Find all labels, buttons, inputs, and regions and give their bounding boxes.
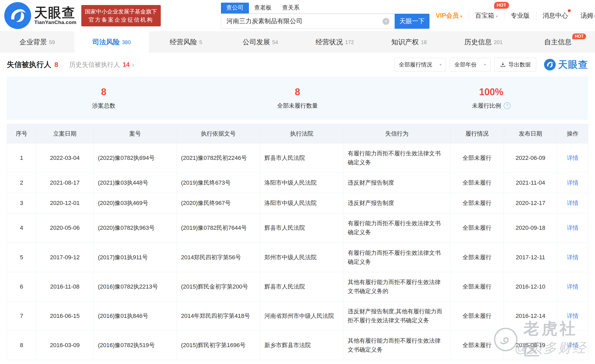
help-icon[interactable]: ? [504, 102, 511, 109]
cell-publish-date: 2022-06-09 [504, 143, 557, 173]
cell-performance: 全部未履行 [450, 331, 504, 360]
cell-index: 3 [7, 193, 36, 213]
year-filter-select[interactable]: 全部年份 ▾ [450, 58, 490, 71]
header-right-menu: VIP会员▾ HOT 百宝箱▾ 专业版 消息中心 汤姆·费...▾ [429, 11, 595, 20]
cell-court: 郑州市中级人民法院 [260, 243, 343, 272]
hot-badge: HOT [494, 2, 509, 9]
col-case-number: 案号 [93, 124, 177, 143]
cell-performance: 全部未履行 [450, 173, 504, 193]
top-header: 天眼查 TianYanCha.com 国家中小企业发展子基金旗下 官方备案企业征… [0, 0, 595, 31]
cell-publish-date: 2020-09-18 [504, 213, 557, 243]
clear-search-icon[interactable]: × [382, 18, 389, 25]
table-row: 2 2021-08-17 (2021)豫03执448号 (2019)豫民终673… [7, 173, 588, 193]
vip-member-menu[interactable]: VIP会员▾ [429, 11, 469, 20]
cell-index: 4 [7, 213, 36, 243]
cell-performance: 全部未履行 [450, 301, 504, 331]
search-tab-company[interactable]: 查公司 [221, 3, 249, 13]
cell-performance: 全部未履行 [450, 143, 504, 173]
tianyancha-eye-icon [544, 59, 556, 71]
table-row: 6 2016-11-08 (2016)豫0782执2213号 (2015)辉民金… [7, 272, 588, 301]
table-row: 7 2016-06-15 (2016)豫01执846号 2014年郑民四初字第4… [7, 301, 588, 331]
section-title: 失信被执行人 [7, 60, 51, 70]
tab-judicial-risk[interactable]: 司法风险380 [74, 31, 149, 53]
performance-filter-select[interactable]: 全部履行情况 ▾ [394, 58, 446, 71]
detail-link[interactable]: 详情 [567, 313, 578, 319]
cell-basis-number: (2015)辉民初字第1696号 [177, 331, 260, 360]
detail-link[interactable]: 详情 [567, 155, 578, 161]
cell-court: 辉县市人民法院 [260, 143, 343, 173]
cell-publish-date: 2020-12-17 [504, 193, 557, 213]
cell-basis-number: 2014年郑民四初字第418号 [177, 301, 260, 331]
notification-dot-icon [568, 9, 571, 12]
pro-version-menu[interactable]: 专业版 [504, 11, 536, 20]
detail-link[interactable]: 详情 [567, 200, 578, 206]
detail-link[interactable]: 详情 [567, 283, 578, 290]
cell-behavior: 违反财产报告制度,其他有履行能力而拒不履行生效法律文书确定义务 [343, 301, 450, 331]
search-input[interactable] [221, 14, 395, 29]
download-icon [500, 62, 506, 68]
search-button[interactable]: 天眼一下 [395, 14, 429, 29]
cell-filing-date: 2020-12-01 [36, 193, 94, 213]
col-publish-date: 发布日期 [504, 124, 557, 143]
table-row: 5 2017-09-12 (2017)豫01执911号 2014郑民四初字第56… [7, 243, 588, 272]
cell-performance: 全部未履行 [450, 243, 504, 272]
table-row: 3 2020-12-01 (2020)豫03执469号 (2020)豫民终967… [7, 193, 588, 213]
search-tab-boss[interactable]: 查老板 [249, 3, 277, 13]
search-tabs: 查公司 查老板 查关系 [221, 3, 395, 14]
cell-case-number: (2022)豫0782执694号 [93, 143, 177, 173]
tab-operation-risk[interactable]: 经营风险5 [149, 31, 223, 53]
table-header-row: 序号 立案日期 案号 执行依据文号 执行法院 失信行为 履行情况 发布日期 操作 [7, 124, 588, 143]
cell-basis-number: (2020)豫民终967号 [177, 193, 260, 213]
toolbox-menu[interactable]: HOT 百宝箱▾ [469, 11, 504, 20]
tab-self-info[interactable]: 自主信息 HOT [521, 31, 595, 53]
hot-badge: HOT [572, 33, 586, 39]
cell-case-number: (2020)豫03执469号 [93, 193, 177, 213]
cell-index: 6 [7, 272, 36, 301]
tab-intellectual-property[interactable]: 知识产权18 [372, 31, 446, 53]
cell-filing-date: 2016-06-15 [36, 301, 94, 331]
cell-case-number: (2017)豫01执911号 [93, 243, 177, 272]
tab-history-info[interactable]: 历史信息201 [446, 31, 521, 53]
logo-brand-text: 天眼查 [34, 6, 77, 20]
cell-case-number: (2016)豫0782执2213号 [93, 272, 177, 301]
history-dishonest-link[interactable]: 历史失信被执行人 14 › [69, 60, 134, 69]
tianyancha-eye-icon [4, 2, 32, 30]
cell-filing-date: 2022-03-04 [36, 143, 94, 173]
cell-court: 新乡市辉县市法院 [260, 331, 343, 360]
detail-link[interactable]: 详情 [567, 179, 578, 186]
cell-behavior: 其他有履行能力而拒不履行生效法律文书确定义务的 [343, 272, 450, 301]
search-tab-relation[interactable]: 查关系 [277, 3, 305, 13]
cell-basis-number: (2015)辉民金初字第200号 [177, 272, 260, 301]
cell-filing-date: 2017-09-12 [36, 243, 94, 272]
message-center-menu[interactable]: 消息中心 [536, 11, 574, 20]
gov-certification-badge: 国家中小企业发展子基金旗下 官方备案企业征信机构 [81, 5, 161, 26]
stat-unfulfilled-ratio: 100% 未履行比例 ? [394, 87, 588, 110]
tab-operation-status[interactable]: 经营状况172 [298, 31, 372, 53]
detail-link[interactable]: 详情 [567, 342, 578, 348]
cell-court: 洛阳市中级人民法院 [260, 173, 343, 193]
cell-behavior: 有履行能力而拒不履行生效法律文书确定义务 [343, 243, 450, 272]
cell-case-number: (2016)豫0782执519号 [93, 331, 177, 360]
col-filing-date: 立案日期 [36, 124, 94, 143]
tab-company-development[interactable]: 公司发展54 [223, 31, 298, 53]
col-court: 执行法院 [260, 124, 343, 143]
cell-case-number: (2016)豫01执846号 [93, 301, 177, 331]
cell-behavior: 有履行能力而拒不履行生效法律文书确定义务 [343, 213, 450, 243]
badge-line-2: 官方备案企业征信机构 [85, 16, 157, 24]
col-action: 操作 [557, 124, 588, 143]
caret-down-icon: ▾ [460, 14, 462, 18]
section-header: 失信被执行人 8 历史失信被执行人 14 › 全部履行情况 ▾ 全部年份 ▾ 导… [0, 53, 595, 76]
detail-link[interactable]: 详情 [567, 254, 578, 261]
tab-company-background[interactable]: 企业背景59 [0, 31, 74, 53]
cell-court: 辉县市人民法院 [260, 213, 343, 243]
export-data-button[interactable]: 导出数据 [494, 58, 536, 71]
cell-publish-date: 2017-12-11 [504, 243, 557, 272]
user-account-menu[interactable]: 汤姆·费...▾ [574, 11, 595, 20]
stat-total-cases: 8 涉案总数 [7, 87, 201, 110]
col-basis-number: 执行依据文号 [177, 124, 260, 143]
site-logo[interactable]: 天眼查 TianYanCha.com [4, 2, 77, 30]
detail-link[interactable]: 详情 [567, 224, 578, 231]
cell-publish-date: 2016-12-14 [504, 301, 557, 331]
cell-publish-date: 2021-11-04 [504, 173, 557, 193]
cell-basis-number: 2014郑民四初字第56号 [177, 243, 260, 272]
